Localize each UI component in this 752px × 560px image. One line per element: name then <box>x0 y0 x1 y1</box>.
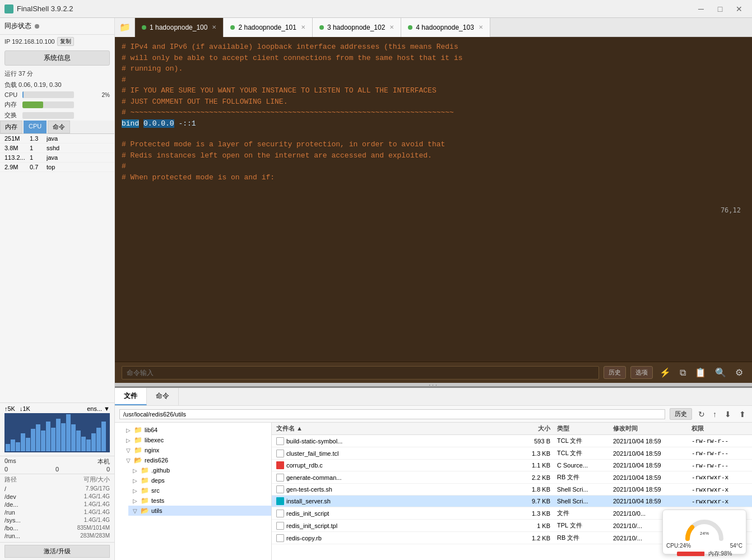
tree-label-deps: deps <box>151 477 165 484</box>
terminal[interactable]: # IPv4 and IPv6 (if available) loopback … <box>115 37 752 362</box>
sysinfo-button[interactable]: 系统信息 <box>4 50 110 66</box>
tab-close-2[interactable]: ✕ <box>300 24 307 30</box>
file-row-5[interactable]: gen-test-certs.sh 1.8 KB Shell Scri... 2… <box>272 484 752 496</box>
cpu-metric-label: CPU <box>4 91 20 98</box>
bolt-button[interactable]: ⚡ <box>657 366 673 379</box>
term-line-6: # JUST COMMENT OUT THE FOLLOWING LINE. <box>122 96 745 108</box>
file-size-2: 1.3 KB <box>512 450 557 457</box>
disk-path-bo: /bo... <box>4 525 27 531</box>
tab-command[interactable]: 命令 <box>48 121 70 133</box>
ping-latency: 0ms <box>4 457 16 466</box>
tab-close-3[interactable]: ✕ <box>388 24 395 30</box>
tree-label-nginx: nginx <box>145 447 159 453</box>
tab-cpu[interactable]: CPU <box>24 121 47 133</box>
copy-ip-button[interactable]: 复制 <box>57 37 74 46</box>
net-bar <box>31 429 35 451</box>
expand-arrow: ▷ <box>133 488 138 494</box>
file-perm-1: -rw-rw-r-- <box>691 437 748 445</box>
file-row-2[interactable]: cluster_fail_time.tcl 1.3 KB TCL 文件 2021… <box>272 447 752 460</box>
file-type-4: RB 文件 <box>557 473 613 482</box>
net-interface: ens... ▼ <box>87 405 110 412</box>
folder-button[interactable]: 📁 <box>115 18 135 37</box>
disk-path-run: /run <box>4 509 27 516</box>
bottom-tab-files[interactable]: 文件 <box>115 388 147 405</box>
cpu-bar-bg <box>22 91 74 98</box>
proc-row-3: 113.2... 1 java <box>0 153 114 163</box>
file-type-3: C Source... <box>557 462 613 469</box>
disk-size-root: 7.9G/17G <box>86 485 110 492</box>
tree-tests[interactable]: ▷ 📁 tests <box>128 496 271 506</box>
tree-libexec[interactable]: ▷ 📁 libexec <box>122 435 271 445</box>
disk-path-sys: /sys... <box>4 517 27 524</box>
paste-button[interactable]: 📋 <box>693 366 708 379</box>
file-size-1: 593 B <box>512 438 557 445</box>
bottom-tab-commands[interactable]: 命令 <box>147 388 179 405</box>
tree-nginx[interactable]: ▽ 📁 nginx <box>122 445 271 455</box>
path-history-button[interactable]: 历史 <box>670 408 692 420</box>
file-size-6: 9.7 KB <box>512 498 557 505</box>
file-row-6[interactable]: install_server.sh 9.7 KB Shell Scri... 2… <box>272 496 752 507</box>
parent-dir-button[interactable]: ↑ <box>711 410 718 419</box>
cursor-position: 76,12 <box>721 206 741 214</box>
mem-bar-bg <box>22 101 74 108</box>
file-size-9: 1.2 KB <box>512 535 557 542</box>
network-chart <box>4 413 110 452</box>
term-line-12: # When protected mode is on and if: <box>122 172 745 183</box>
minimize-button[interactable]: ─ <box>693 1 709 17</box>
file-name-4: generate-comman... <box>276 474 512 482</box>
disk-size-runx: 283M/283M <box>80 533 110 539</box>
tab-hadoopnode-102[interactable]: 3 hadoopnode_102 ✕ <box>313 18 401 37</box>
file-date-4: 2021/10/04 18:59 <box>613 474 691 481</box>
file-type-9: RB 文件 <box>557 534 613 542</box>
file-row-1[interactable]: build-static-symbol... 593 B TCL 文件 2021… <box>272 435 752 447</box>
file-date-2: 2021/10/04 18:59 <box>613 450 691 457</box>
file-icon-1 <box>276 437 284 445</box>
term-line-1: # IPv4 and IPv6 (if available) loopback … <box>122 41 745 53</box>
copy-terminal-button[interactable]: ⧉ <box>677 367 688 379</box>
close-button[interactable]: ✕ <box>731 1 748 17</box>
file-date-6: 2021/10/04 18:59 <box>613 498 691 505</box>
command-input[interactable] <box>122 366 599 379</box>
ping-val-3: 0 <box>106 466 110 473</box>
tab-memory[interactable]: 内存 <box>0 121 22 133</box>
maximize-button[interactable]: □ <box>712 1 728 17</box>
tree-lib64[interactable]: ▷ 📁 lib64 <box>122 425 271 435</box>
tree-deps[interactable]: ▷ 📁 deps <box>128 475 271 485</box>
expand-arrow: ▷ <box>126 437 132 443</box>
tab-hadoopnode-103[interactable]: 4 hadoopnode_103 ✕ <box>401 18 490 37</box>
history-button[interactable]: 历史 <box>604 366 626 379</box>
file-row-3[interactable]: corrupt_rdb.c 1.1 KB C Source... 2021/10… <box>272 460 752 471</box>
path-input[interactable] <box>119 409 665 419</box>
refresh-button[interactable]: ↻ <box>697 410 707 419</box>
file-name-1: build-static-symbol... <box>276 437 512 445</box>
tab-close-4[interactable]: ✕ <box>477 24 484 30</box>
upload-button[interactable]: ⬆ <box>737 410 748 419</box>
net-bar <box>81 437 86 451</box>
bottom-tabs: 文件 命令 <box>115 388 752 406</box>
file-icon-8 <box>276 522 284 530</box>
tab-close-1[interactable]: ✕ <box>211 24 217 30</box>
proc-row-2: 3.8M 1 sshd <box>0 144 114 153</box>
disk-row-root: / 7.9G/17G <box>4 485 110 493</box>
term-line-9: # Protected mode is a layer of security … <box>122 139 745 150</box>
file-size-7: 1.3 KB <box>512 510 557 517</box>
process-table: 251M 1.3 java 3.8M 1 sshd 113.2... 1 jav… <box>0 134 114 402</box>
upgrade-button[interactable]: 激活/升级 <box>4 545 110 558</box>
download-button[interactable]: ⬇ <box>723 410 733 419</box>
tree-github[interactable]: ▷ 📁 .github <box>128 465 271 475</box>
settings-button[interactable]: ⚙ <box>733 366 745 379</box>
tab-hadoopnode-100[interactable]: 1 hadoopnode_100 ✕ <box>135 18 224 37</box>
file-row-4[interactable]: generate-comman... 2.2 KB RB 文件 2021/10/… <box>272 471 752 484</box>
search-button[interactable]: 🔍 <box>713 366 728 379</box>
main-layout: 同步状态 IP 192.168.10.100 复制 系统信息 运行 37 分 负… <box>0 18 752 560</box>
svg-text:24%: 24% <box>700 531 709 536</box>
tree-src[interactable]: ▷ 📁 src <box>128 485 271 496</box>
file-perm-5: -rwxrwxr-x <box>691 486 748 493</box>
tree-redis626[interactable]: ▽ 📂 redis626 <box>122 455 271 465</box>
expand-arrow: ▷ <box>126 427 132 433</box>
options-button[interactable]: 选项 <box>630 366 653 379</box>
tab-hadoopnode-101[interactable]: 2 hadoopnode_101 ✕ <box>224 18 312 37</box>
tree-utils[interactable]: ▽ 📂 utils <box>128 506 271 516</box>
ping-row: 0ms 本机 <box>4 457 110 466</box>
net-bar <box>61 423 66 451</box>
